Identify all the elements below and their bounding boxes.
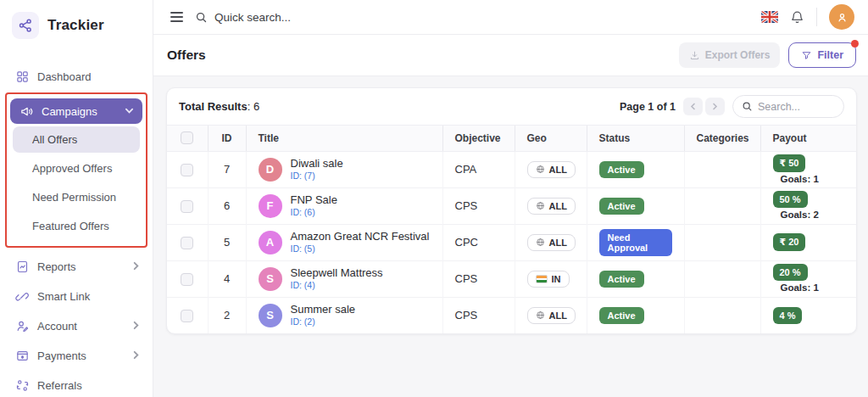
offer-id: 6 xyxy=(208,187,246,224)
payout-goals: Goals: 2 xyxy=(781,210,819,220)
row-checkbox[interactable] xyxy=(181,237,193,249)
link-icon xyxy=(15,289,30,304)
offer-categories xyxy=(684,224,760,260)
row-checkbox[interactable] xyxy=(181,273,193,286)
column-header-id: ID xyxy=(208,126,246,151)
filter-button[interactable]: Filter xyxy=(788,42,856,68)
offer-id-link[interactable]: ID: (4) xyxy=(291,280,383,291)
offer-id-link[interactable]: ID: (5) xyxy=(291,243,430,254)
trackier-logo-icon xyxy=(12,12,39,39)
total-results-label: Total Results xyxy=(179,100,248,113)
column-header-payout: Payout xyxy=(760,126,856,151)
card-header: Total Results: 6 Page 1 of 1 xyxy=(167,88,856,126)
pagination xyxy=(683,98,725,115)
geo-label: ALL xyxy=(549,201,567,211)
offer-avatar: D xyxy=(259,158,282,182)
user-avatar[interactable] xyxy=(829,4,854,30)
sidebar-item-referrals[interactable]: Referrals xyxy=(0,372,153,397)
sidebar-subitem-label: Featured Offers xyxy=(32,220,109,232)
india-flag-icon xyxy=(536,275,548,283)
chevron-right-icon xyxy=(131,349,141,362)
account-person-icon xyxy=(15,319,30,333)
geo-pill: ALL xyxy=(527,234,576,251)
table-row[interactable]: 4 S Sleepwell Mattress ID: (4) CPS IN Ac… xyxy=(167,260,856,297)
table-row[interactable]: 5 A Amazon Great NCR Festival ID: (5) CP… xyxy=(167,224,856,260)
sidebar-subitem-label: Need Permission xyxy=(32,191,116,204)
download-icon xyxy=(689,50,700,61)
geo-pill: IN xyxy=(527,271,570,288)
sidebar-item-approved-offers[interactable]: Approved Offers xyxy=(13,155,140,182)
row-checkbox[interactable] xyxy=(181,200,193,213)
offers-card: Total Results: 6 Page 1 of 1 xyxy=(166,87,857,334)
sidebar-item-need-permission[interactable]: Need Permission xyxy=(13,184,140,210)
globe-icon xyxy=(536,165,545,174)
prev-page-button[interactable] xyxy=(683,98,703,115)
sidebar-item-label: Campaigns xyxy=(42,105,117,118)
column-header-objective: Objective xyxy=(442,126,515,151)
offer-avatar: S xyxy=(259,267,282,291)
sidebar-item-smart-link[interactable]: Smart Link xyxy=(0,282,153,310)
sidebar-item-all-offers[interactable]: All Offers xyxy=(13,126,140,153)
globe-icon xyxy=(536,238,545,247)
uk-flag-icon[interactable] xyxy=(761,11,778,23)
offer-id-link[interactable]: ID: (2) xyxy=(291,316,356,327)
geo-label: IN xyxy=(552,274,561,284)
payout-badge: 20 % xyxy=(773,264,808,281)
sidebar-item-featured-offers[interactable]: Featured Offers xyxy=(13,213,140,239)
table-row[interactable]: 7 D Diwali sale ID: (7) CPA ALL Active ₹… xyxy=(167,151,856,187)
quick-search[interactable] xyxy=(195,11,749,24)
table-header-row: ID Title Objective Geo Status Categories… xyxy=(167,126,856,151)
page-info: Page 1 of 1 xyxy=(620,101,676,113)
offer-categories xyxy=(684,151,760,187)
export-offers-button[interactable]: Export Offers xyxy=(679,42,781,68)
search-icon xyxy=(195,11,208,24)
sidebar-item-dashboard[interactable]: Dashboard xyxy=(0,63,153,90)
payout-badge: ₹ 50 xyxy=(773,154,806,172)
chevron-down-icon xyxy=(125,105,134,118)
next-page-button[interactable] xyxy=(705,98,725,115)
hamburger-menu-icon[interactable] xyxy=(170,12,183,22)
sidebar-item-campaigns[interactable]: Campaigns xyxy=(10,98,142,124)
offer-avatar: F xyxy=(259,194,282,218)
total-results-value: : 6 xyxy=(248,100,259,113)
row-checkbox[interactable] xyxy=(181,164,193,176)
offer-objective: CPS xyxy=(442,187,515,224)
table-search-input[interactable] xyxy=(758,101,834,113)
referrals-people-icon xyxy=(15,378,30,393)
payout-badge: 50 % xyxy=(773,191,808,208)
chevron-right-icon xyxy=(131,260,141,273)
offer-id-link[interactable]: ID: (7) xyxy=(291,171,343,182)
offer-id-link[interactable]: ID: (6) xyxy=(291,207,337,218)
column-header-categories: Categories xyxy=(684,126,760,151)
offer-title: Amazon Great NCR Festival xyxy=(291,230,430,243)
sidebar-item-payments[interactable]: Payments xyxy=(0,342,153,369)
offer-title: Diwali sale xyxy=(291,157,343,171)
globe-icon xyxy=(536,201,545,210)
payout-goals: Goals: 1 xyxy=(781,282,819,293)
bell-icon[interactable] xyxy=(790,10,804,25)
table-search[interactable] xyxy=(732,95,844,118)
row-checkbox[interactable] xyxy=(181,310,193,322)
offer-avatar: S xyxy=(259,304,282,327)
status-badge: Active xyxy=(599,307,644,324)
geo-label: ALL xyxy=(549,165,567,175)
status-badge: Active xyxy=(599,198,644,215)
select-all-checkbox[interactable] xyxy=(181,131,193,144)
report-document-icon xyxy=(15,260,30,274)
status-badge: Need Approval xyxy=(599,229,672,256)
payout-badge: 4 % xyxy=(773,307,803,324)
chevron-left-icon xyxy=(689,103,697,110)
sidebar-item-label: Dashboard xyxy=(37,70,141,83)
content: Total Results: 6 Page 1 of 1 xyxy=(153,76,868,397)
main-area: Offers Export Offers Filter Total Result… xyxy=(153,0,868,397)
funnel-icon xyxy=(801,50,812,61)
table-row[interactable]: 6 F FNP Sale ID: (6) CPS ALL Active 50 %… xyxy=(167,187,856,224)
sidebar-item-reports[interactable]: Reports xyxy=(0,253,153,280)
payout-badge: ₹ 20 xyxy=(773,233,806,251)
offer-id: 5 xyxy=(208,224,246,260)
sidebar-item-account[interactable]: Account xyxy=(0,312,153,339)
offer-objective: CPC xyxy=(442,224,515,260)
offer-categories xyxy=(684,187,760,224)
quick-search-input[interactable] xyxy=(214,11,469,24)
table-row[interactable]: 2 S Summer sale ID: (2) CPS ALL Active 4… xyxy=(167,297,856,333)
